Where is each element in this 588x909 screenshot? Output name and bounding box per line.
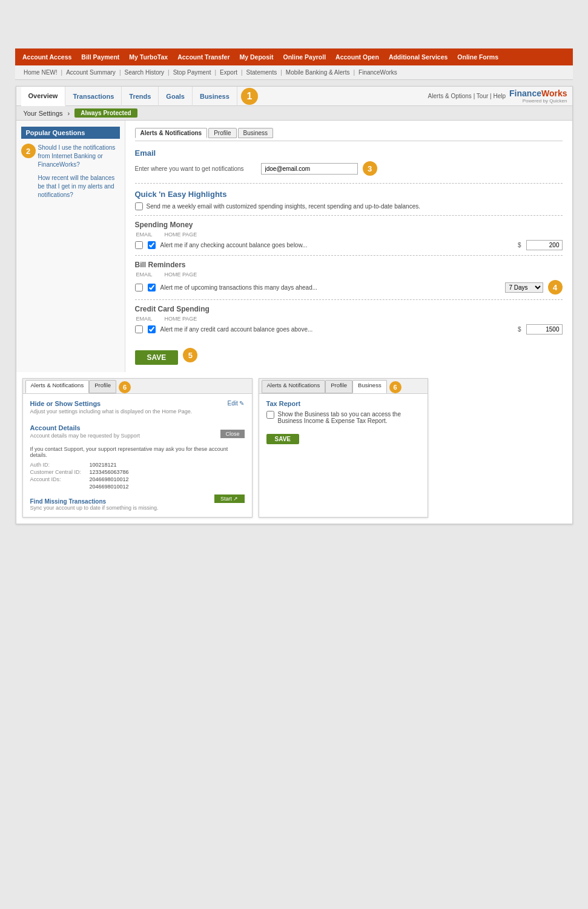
second-nav-statements[interactable]: Statements xyxy=(243,69,281,76)
credit-email-checkbox[interactable] xyxy=(135,325,143,333)
tab-business[interactable]: Business xyxy=(193,87,237,106)
email-label: Enter where you want to get notification… xyxy=(135,165,256,172)
bill-days-select[interactable]: 7 Days 1 Day 3 Days 5 Days 10 Days 14 Da… xyxy=(505,282,543,293)
tax-report-label: Show the Business tab so you can access … xyxy=(278,411,420,424)
spending-money-title: Spending Money xyxy=(135,221,563,229)
sidebar-question-1[interactable]: Should I use the notifications from Inte… xyxy=(38,144,120,169)
spending-value-input[interactable] xyxy=(526,240,563,250)
profile-tab-notifications[interactable]: Alerts & Notifications xyxy=(25,380,90,393)
find-missing-title: Find Missing Transactions xyxy=(30,498,159,505)
second-nav-home[interactable]: Home NEW! xyxy=(20,69,61,76)
account-details-title: Account Details xyxy=(30,424,140,431)
sidebar: Popular Questions 2 Should I use the not… xyxy=(16,121,125,372)
step-badge-2: 2 xyxy=(21,144,36,158)
second-nav-financeworks[interactable]: FinanceWorks xyxy=(355,69,401,76)
help-link[interactable]: Help xyxy=(493,93,506,99)
tax-report-row: Show the Business tab so you can access … xyxy=(266,411,420,424)
alert-tab-business[interactable]: Business xyxy=(238,128,274,138)
tab-goals[interactable]: Goals xyxy=(159,87,193,106)
credit-value-input[interactable] xyxy=(526,324,563,335)
detail-row-account: Account IDs: 2046698010012 xyxy=(30,476,245,482)
business-tab-profile[interactable]: Profile xyxy=(325,380,352,393)
bottom-panels: Alerts & Notifications Profile 6 Hide or… xyxy=(22,378,566,518)
auth-value: 100218121 xyxy=(90,462,117,468)
spending-dollar: $ xyxy=(518,242,521,248)
tab-overview[interactable]: Overview xyxy=(21,87,66,106)
tax-report-title: Tax Report xyxy=(266,400,420,407)
alert-tab-notifications[interactable]: Alerts & Notifications xyxy=(135,128,208,138)
sidebar-question-2[interactable]: How recent will the balances be that I g… xyxy=(38,174,120,199)
business-tab-business[interactable]: Business xyxy=(352,380,387,393)
bill-reminders-section: Bill Reminders EMAIL HOME PAGE Alert me … xyxy=(135,255,563,299)
sidebar-title: Popular Questions xyxy=(21,127,120,139)
tax-report-checkbox[interactable] xyxy=(266,411,274,419)
highlights-header: Quick 'n Easy Highlights xyxy=(135,190,563,199)
account-value2: 2046698010012 xyxy=(90,484,129,490)
spending-email-checkbox[interactable] xyxy=(135,241,143,249)
spending-money-col-headers: EMAIL HOME PAGE xyxy=(136,231,563,238)
hide-show-link[interactable]: Edit ✎ xyxy=(227,400,244,407)
hide-show-title: Hide or Show Settings xyxy=(30,400,193,407)
tab-transactions[interactable]: Transactions xyxy=(65,87,122,106)
nav-my-deposit[interactable]: My Deposit xyxy=(234,48,278,65)
account-label: Account IDs: xyxy=(30,476,85,482)
alerts-options-link[interactable]: Alerts & Options xyxy=(428,93,472,99)
credit-email-header: EMAIL xyxy=(136,316,153,322)
settings-bar: Your Settings › Always Protected xyxy=(16,106,572,121)
bill-homepage-checkbox[interactable] xyxy=(148,284,156,291)
bill-email-checkbox[interactable] xyxy=(135,284,143,291)
profile-tab-profile[interactable]: Profile xyxy=(89,380,116,393)
find-missing-row: Find Missing Transactions Sync your acco… xyxy=(30,494,245,511)
second-nav-search-history[interactable]: Search History xyxy=(121,69,168,76)
nav-online-forms[interactable]: Online Forms xyxy=(452,48,503,65)
settings-bar-protected: Always Protected xyxy=(74,108,137,118)
credit-homepage-checkbox[interactable] xyxy=(148,325,156,333)
highlights-section: Quick 'n Easy Highlights Send me a weekl… xyxy=(135,183,563,210)
bill-email-header: EMAIL xyxy=(136,271,153,278)
tab-trends[interactable]: Trends xyxy=(122,87,159,106)
nav-additional-services[interactable]: Additional Services xyxy=(384,48,452,65)
nav-turbotax[interactable]: My TurboTax xyxy=(124,48,173,65)
business-save-button[interactable]: SAVE xyxy=(266,434,300,444)
credit-homepage-header: HOME PAGE xyxy=(165,316,197,322)
highlights-label: Send me a weekly email with customized s… xyxy=(147,203,421,210)
save-button[interactable]: SAVE xyxy=(135,350,179,365)
second-nav: Home NEW! | Account Summary | Search His… xyxy=(15,65,573,80)
account-label2 xyxy=(30,484,85,490)
close-button[interactable]: Close xyxy=(220,430,244,438)
second-nav-mobile-banking[interactable]: Mobile Banking & Alerts xyxy=(282,69,354,76)
account-details-header: Account Details Account details may be r… xyxy=(30,424,245,444)
start-button[interactable]: Start ↗ xyxy=(214,494,245,503)
tour-link[interactable]: Tour xyxy=(477,93,488,99)
email-section-header: Email xyxy=(135,148,563,158)
tab-bar: Overview Transactions Trends Goals Busin… xyxy=(16,87,572,106)
spending-money-row: Alert me if any checking account balance… xyxy=(135,240,563,250)
nav-account-access[interactable]: Account Access xyxy=(18,48,76,65)
credit-card-section: Credit Card Spending EMAIL HOME PAGE Ale… xyxy=(135,299,563,339)
business-tab-notifications[interactable]: Alerts & Notifications xyxy=(262,380,326,393)
spending-homepage-checkbox[interactable] xyxy=(148,241,156,249)
second-nav-export[interactable]: Export xyxy=(216,69,241,76)
hide-show-row: Hide or Show Settings Adjust your settin… xyxy=(30,400,245,419)
step-badge-3: 3 xyxy=(363,161,377,176)
nav-bill-payment[interactable]: Bill Payment xyxy=(76,48,124,65)
find-missing-subtitle: Sync your account up to date if somethin… xyxy=(30,505,159,511)
email-row: Enter where you want to get notification… xyxy=(135,161,563,176)
spending-homepage-header: HOME PAGE xyxy=(165,231,197,238)
spending-email-header: EMAIL xyxy=(136,231,153,238)
highlights-row: Send me a weekly email with customized s… xyxy=(135,202,563,210)
highlights-checkbox[interactable] xyxy=(135,202,143,210)
nav-online-payroll[interactable]: Online Payroll xyxy=(279,48,331,65)
second-nav-account-summary[interactable]: Account Summary xyxy=(62,69,119,76)
credit-card-row: Alert me if any credit card account bala… xyxy=(135,324,563,335)
alert-tab-profile[interactable]: Profile xyxy=(208,128,236,138)
email-input[interactable] xyxy=(261,163,358,175)
bill-alert-text: Alert me of upcoming transactions this m… xyxy=(160,284,500,291)
second-nav-stop-payment[interactable]: Stop Payment xyxy=(170,69,215,76)
alert-tabs: Alerts & Notifications Profile Business xyxy=(135,128,563,141)
nav-account-transfer[interactable]: Account Transfer xyxy=(173,48,234,65)
nav-account-open[interactable]: Account Open xyxy=(331,48,384,65)
main-panel: Alerts & Notifications Profile Business … xyxy=(125,121,572,372)
step-badge-6-business: 6 xyxy=(389,381,401,393)
customer-value: 1233456063786 xyxy=(90,469,129,475)
